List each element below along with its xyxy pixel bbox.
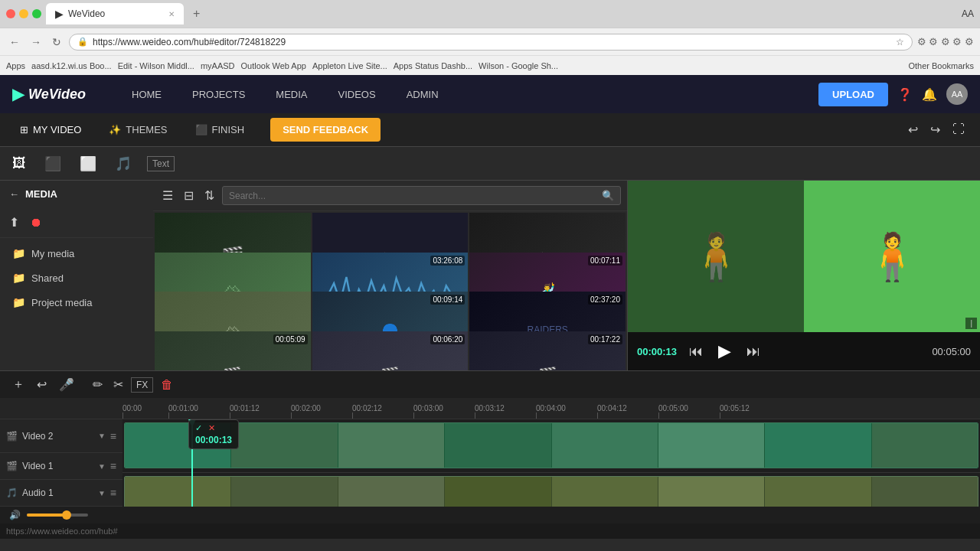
folder-project-media[interactable]: 📁 Project media [0, 290, 153, 315]
track-row-video1[interactable] [122, 473, 980, 507]
media-tool-icon[interactable]: 🖼 [9, 152, 29, 174]
nav-projects[interactable]: PROJECTS [177, 78, 260, 111]
ruler-label-3: 00:02:00 [291, 404, 321, 412]
ruler-tick-5 [413, 412, 414, 419]
fx-button[interactable]: FX [131, 377, 153, 393]
track-name-video2: Video 2 [22, 431, 93, 442]
folder-shared[interactable]: 📁 Shared [0, 266, 153, 290]
themes-icon: ✨ [109, 124, 121, 135]
avatar[interactable]: AA [946, 83, 968, 105]
video2-menu-icon[interactable]: ≡ [110, 430, 116, 442]
bookmark-apps-status[interactable]: Apps Status Dashb... [394, 61, 472, 70]
audio1-chevron-icon[interactable]: ▼ [98, 489, 106, 497]
ruler-label-10: 00:05:12 [720, 404, 750, 412]
bookmark-aasd[interactable]: aasd.k12.wi.us Boo... [31, 61, 112, 70]
playhead-tooltip: ✓ ✕ 00:00:13 [188, 419, 239, 449]
upload-button[interactable]: UPLOAD [818, 83, 888, 106]
nav-admin[interactable]: ADMIN [391, 78, 454, 111]
back-arrow-icon[interactable]: ← [9, 188, 19, 200]
skip-back-button[interactable]: ⏮ [686, 341, 706, 363]
transition-tool-icon[interactable]: ⬜ [77, 152, 100, 175]
sub-header-right: ↩ ↪ ⛶ [905, 119, 968, 140]
back-button[interactable]: ← [6, 34, 23, 50]
timeline-toolbar: ＋ ↩ 🎤 ✏ ✂ FX 🗑 [0, 370, 980, 398]
list-view-button[interactable]: ☰ [159, 185, 176, 206]
trim-tool-icon[interactable]: ⬛ [41, 152, 64, 175]
audio-tool-icon[interactable]: 🎵 [112, 152, 135, 175]
nav-media[interactable]: MEDIA [260, 78, 322, 111]
tracks-content: ✓ ✕ 00:00:13 [122, 419, 980, 507]
grid-item-10[interactable]: 🎬 00:06:20 [312, 331, 469, 371]
video1-chevron-icon[interactable]: ▼ [98, 462, 106, 471]
track-row-video2[interactable] [122, 419, 980, 473]
folder-my-media[interactable]: 📁 My media [0, 241, 153, 266]
volume-knob[interactable] [62, 510, 71, 520]
minimize-button[interactable] [19, 9, 28, 18]
forward-button[interactable]: → [28, 34, 44, 50]
refresh-button[interactable]: ↻ [49, 34, 64, 50]
sub-header: ⊞ MY VIDEO ✨ THEMES ⬛ FINISH SEND FEEDBA… [0, 113, 980, 147]
delete-clip-button[interactable]: 🗑 [158, 375, 176, 395]
record-button[interactable]: ⏺ [27, 213, 45, 233]
close-button[interactable] [6, 9, 15, 18]
ruler-mark-5: 00:03:00 [413, 404, 475, 419]
send-feedback-button[interactable]: SEND FEEDBACK [270, 118, 381, 142]
undo-icon[interactable]: ↩ [905, 119, 921, 140]
search-input[interactable] [229, 191, 599, 201]
bookmark-edit[interactable]: Edit - Wilson Middl... [118, 61, 194, 70]
video1-menu-icon[interactable]: ≡ [110, 460, 116, 472]
media-title: MEDIA [25, 188, 57, 200]
search-box[interactable]: 🔍 [222, 186, 621, 205]
play-pause-button[interactable]: ▶ [715, 338, 734, 364]
fullscreen-icon[interactable]: ⛶ [949, 119, 968, 140]
ruler-label-8: 00:04:12 [597, 404, 627, 412]
audio1-menu-icon[interactable]: ≡ [110, 487, 116, 499]
bell-icon[interactable]: 🔔 [922, 87, 937, 102]
bookmark-wilson[interactable]: Wilson - Google Sh... [479, 61, 558, 70]
bookmark-appleton[interactable]: Appleton Live Site... [312, 61, 387, 70]
cut-tool-button[interactable]: ✂ [110, 374, 126, 395]
address-bar[interactable]: 🔒 https://www.weideo.com/hub#editor/7248… [69, 34, 913, 51]
video2-chevron-icon[interactable]: ▼ [98, 432, 106, 440]
undo-timeline-button[interactable]: ↩ [34, 374, 50, 395]
strip-frame [872, 477, 978, 507]
help-icon[interactable]: ❓ [897, 87, 913, 102]
ruler-tick-3 [291, 412, 292, 419]
total-time-display: 00:05:00 [932, 346, 971, 357]
ruler-tick-2 [230, 412, 230, 419]
nav-home[interactable]: HOME [116, 78, 177, 111]
grid-item-9[interactable]: 🎬 00:05:09 [155, 331, 311, 371]
upload-media-button[interactable]: ⬆ [6, 212, 22, 233]
app-logo: ▶ WeVideo [12, 85, 86, 103]
active-tab[interactable]: ▶ WeVideo ✕ [46, 3, 184, 24]
strip-frame [445, 477, 551, 507]
mic-button[interactable]: 🎤 [56, 374, 77, 395]
text-tool-icon[interactable]: Text [147, 156, 175, 171]
redo-icon[interactable]: ↪ [927, 119, 943, 140]
star-icon[interactable]: ☆ [896, 37, 904, 47]
themes-button[interactable]: ✨ THEMES [101, 119, 175, 140]
bookmark-apps[interactable]: Apps [6, 61, 25, 70]
grid-item-11[interactable]: 🎬 00:17:22 [469, 331, 626, 371]
skip-forward-button[interactable]: ⏭ [743, 341, 763, 363]
bookmark-myaasd[interactable]: myAASD [201, 61, 235, 70]
video-content: 🧍 🧍 [628, 181, 980, 332]
finish-button[interactable]: ⬛ FINISH [188, 119, 253, 140]
bookmark-outlook[interactable]: Outlook Web App [241, 61, 306, 70]
bookmark-other[interactable]: Other Bookmarks [908, 61, 974, 70]
add-track-button[interactable]: ＋ [9, 373, 28, 396]
media-upload-controls: ⬆ ⏺ [0, 207, 153, 238]
tab-close-button[interactable]: ✕ [168, 10, 175, 18]
new-tab-button[interactable]: + [188, 7, 204, 21]
pencil-tool-button[interactable]: ✏ [90, 374, 106, 395]
status-url: https://www.weideo.com/hub# [6, 527, 118, 536]
volume-slider[interactable] [27, 514, 88, 517]
strip-frame [445, 423, 551, 468]
nav-videos[interactable]: VIDEOS [323, 78, 391, 111]
video2-strip [124, 422, 978, 468]
maximize-button[interactable] [32, 9, 41, 18]
sort-button[interactable]: ⇅ [201, 185, 217, 206]
my-video-button[interactable]: ⊞ MY VIDEO [12, 119, 89, 140]
filter-button[interactable]: ⊟ [181, 185, 197, 206]
ruler-tick-0 [122, 412, 123, 419]
